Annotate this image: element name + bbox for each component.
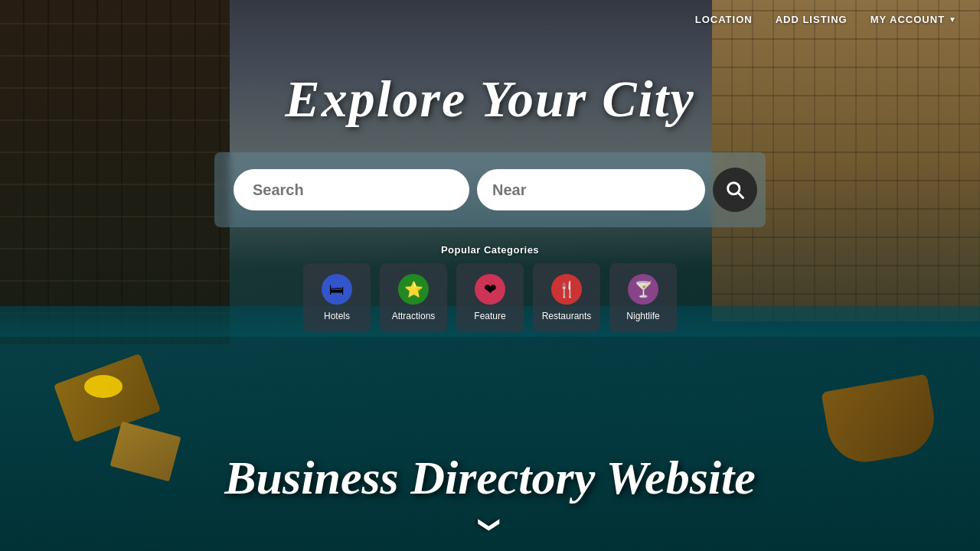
nav-add-listing[interactable]: ADD LISTING: [776, 14, 848, 25]
nightlife-label: Nightlife: [626, 311, 659, 321]
search-input[interactable]: [234, 169, 469, 210]
near-input[interactable]: [477, 169, 705, 210]
category-nightlife[interactable]: 🍸 Nightlife: [609, 263, 677, 332]
restaurants-label: Restaurants: [542, 311, 592, 321]
attractions-icon: ⭐: [398, 274, 429, 305]
svg-line-1: [738, 193, 743, 197]
nav-my-account-label: MY ACCOUNT: [871, 14, 945, 25]
category-attractions[interactable]: ⭐ Attractions: [380, 263, 447, 332]
nightlife-icon: 🍸: [628, 274, 658, 305]
search-icon: [724, 179, 746, 201]
category-hotels[interactable]: 🛏 Hotels: [303, 263, 371, 332]
nav-my-account[interactable]: MY ACCOUNT ▼: [871, 14, 957, 25]
scroll-down-arrow[interactable]: ❯: [478, 516, 503, 533]
hotels-label: Hotels: [324, 311, 350, 321]
hotels-icon: 🛏: [322, 274, 352, 305]
nav-location[interactable]: LOCATION: [695, 14, 753, 25]
categories-row: 🛏 Hotels ⭐ Attractions ❤ Feature 🍴 Resta…: [303, 263, 677, 332]
chevron-down-icon: ▼: [949, 15, 957, 24]
category-feature[interactable]: ❤ Feature: [456, 263, 524, 332]
category-restaurants[interactable]: 🍴 Restaurants: [533, 263, 600, 332]
search-button[interactable]: [713, 168, 757, 212]
categories-label: Popular Categories: [441, 244, 539, 256]
bottom-title: Business Directory Website: [0, 451, 980, 505]
restaurants-icon: 🍴: [551, 274, 582, 305]
feature-icon: ❤: [475, 274, 505, 305]
hero-title: Explore Your City: [285, 69, 694, 129]
feature-label: Feature: [474, 311, 505, 321]
search-container: [214, 152, 766, 227]
attractions-label: Attractions: [392, 311, 436, 321]
navbar: LOCATION ADD LISTING MY ACCOUNT ▼: [0, 0, 980, 38]
